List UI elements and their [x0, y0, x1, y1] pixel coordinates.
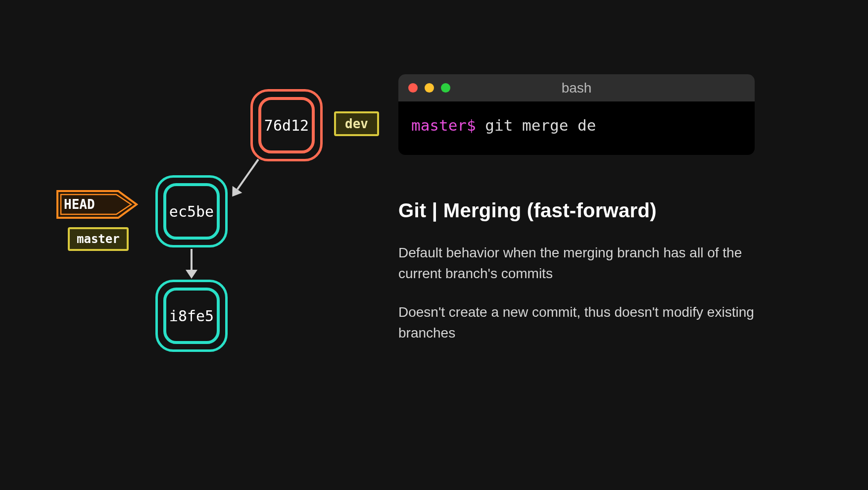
commit-node-middle: ec5be [155, 175, 228, 247]
commit-hash: i8fe5 [163, 288, 220, 344]
commit-hash: 76d12 [258, 97, 315, 153]
head-label: HEAD [64, 197, 95, 212]
traffic-lights [408, 83, 450, 93]
paragraph-2: Doesn't create a new commit, thus doesn'… [398, 302, 755, 343]
maximize-icon[interactable] [441, 83, 450, 93]
paragraph-1: Default behavior when the merging branch… [398, 243, 755, 284]
branch-tag-master: master [68, 227, 129, 251]
minimize-icon[interactable] [425, 83, 434, 93]
close-icon[interactable] [408, 83, 418, 93]
arrow-top-to-middle [227, 156, 263, 200]
terminal-title: bash [562, 80, 592, 96]
commit-node-top: 76d12 [250, 89, 323, 161]
git-diagram: 76d12 dev ec5be HEAD master i8fe5 [0, 0, 376, 490]
terminal-titlebar: bash [398, 74, 755, 101]
terminal-prompt: master$ [411, 116, 476, 134]
page-title: Git | Merging (fast-forward) [398, 199, 755, 222]
branch-tag-dev: dev [334, 111, 379, 136]
terminal-body[interactable]: master$ git merge de [398, 101, 755, 155]
description: Default behavior when the merging branch… [398, 243, 755, 343]
terminal-window: bash master$ git merge de [398, 74, 755, 155]
commit-hash: ec5be [163, 183, 220, 240]
terminal-command: git merge de [485, 116, 596, 134]
arrow-middle-to-bottom [186, 249, 197, 279]
commit-node-bottom: i8fe5 [155, 280, 228, 352]
head-pointer: HEAD [56, 190, 138, 219]
info-panel: bash master$ git merge de Git | Merging … [398, 74, 755, 343]
